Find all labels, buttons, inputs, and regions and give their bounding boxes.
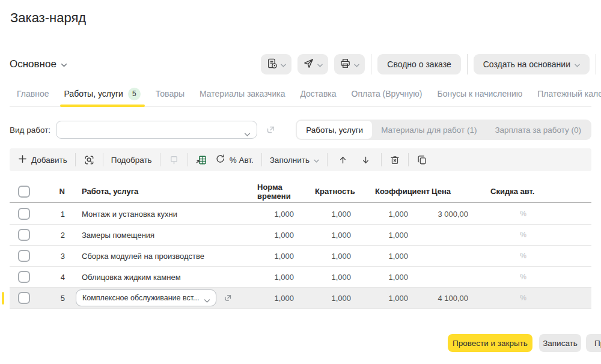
divider bbox=[467, 54, 468, 74]
col-header-name: Работа, услуга bbox=[65, 187, 245, 196]
row-checkbox[interactable] bbox=[18, 250, 30, 262]
work-name: Монтаж и установка кухни bbox=[65, 210, 245, 219]
table-row-editing[interactable]: 5 Комплексное обслуживание вст... 1,000 … bbox=[10, 288, 591, 309]
auto-percent-button[interactable]: % Авт. bbox=[215, 154, 254, 166]
col-header-price: Цена bbox=[420, 187, 480, 196]
divider bbox=[408, 153, 409, 166]
send-icon bbox=[303, 58, 314, 71]
tab-dostavka[interactable]: Доставка bbox=[300, 88, 336, 106]
work-type-label: Вид работ: bbox=[10, 126, 50, 135]
divider bbox=[188, 153, 188, 166]
subtab-group: Работы, услуги Материалы для работ (1) З… bbox=[296, 120, 591, 140]
tab-bar: Главное Работы, услуги 5 Товары Материал… bbox=[10, 88, 591, 107]
create-from-label: Создать на основании bbox=[483, 59, 570, 69]
clipboard-pin-icon bbox=[168, 154, 180, 166]
fill-button[interactable]: Заполнить bbox=[270, 156, 319, 165]
order-summary-button[interactable]: Сводно о заказе bbox=[377, 54, 460, 74]
tab-materialy-zakazchika[interactable]: Материалы заказчика bbox=[200, 88, 285, 106]
subtab-zarplata[interactable]: Зарплата за работу (0) bbox=[486, 121, 590, 139]
divider bbox=[103, 153, 103, 166]
refresh-icon bbox=[215, 154, 225, 166]
row-checkbox[interactable] bbox=[18, 229, 30, 241]
table-body: 1 Монтаж и установка кухни 1,000 1,000 1… bbox=[10, 204, 591, 309]
chevron-down-icon bbox=[354, 60, 359, 69]
open-arrow-icon[interactable] bbox=[223, 293, 233, 303]
divider bbox=[596, 54, 596, 74]
delete-icon[interactable] bbox=[389, 154, 400, 165]
document-history-button[interactable] bbox=[261, 54, 291, 74]
page-title: Заказ-наряд bbox=[10, 10, 86, 26]
table-row[interactable]: 2 Замеры помещения 1,000 1,000 1,000 % bbox=[10, 225, 591, 246]
tab-raboty-uslugi[interactable]: Работы, услуги 5 bbox=[64, 88, 141, 106]
work-name-combobox[interactable]: Комплексное обслуживание вст... bbox=[76, 290, 216, 306]
table-row[interactable]: 3 Сборка модулей на производстве 1,000 1… bbox=[10, 246, 591, 267]
section-switch[interactable]: Основное bbox=[10, 58, 67, 70]
subtab-materialy[interactable]: Материалы для работ (1) bbox=[372, 121, 486, 139]
chevron-down-icon bbox=[575, 59, 580, 69]
col-header-mult: Кратность bbox=[303, 187, 360, 196]
print-icon bbox=[340, 58, 351, 71]
plus-icon bbox=[18, 154, 27, 165]
chevron-down-icon bbox=[61, 58, 67, 70]
chevron-down-icon bbox=[244, 129, 251, 139]
divider bbox=[261, 153, 262, 166]
tab-tovary[interactable]: Товары bbox=[156, 88, 185, 106]
add-button[interactable]: Добавить bbox=[18, 154, 67, 165]
copy-icon[interactable] bbox=[416, 154, 427, 165]
header-actions: Сводно о заказе Создать на основании bbox=[261, 54, 596, 74]
work-name: Облицовка жидким камнем bbox=[65, 273, 245, 282]
col-header-discount: Скидка авт. bbox=[480, 187, 591, 196]
move-up-icon[interactable] bbox=[338, 155, 348, 165]
select-all-checkbox[interactable] bbox=[18, 186, 30, 198]
open-arrow-icon[interactable] bbox=[265, 124, 276, 135]
header-toolbar: Основное bbox=[10, 53, 596, 76]
active-row-marker bbox=[2, 292, 4, 305]
post-and-close-button[interactable]: Провести и закрыть bbox=[448, 334, 532, 352]
divider bbox=[75, 153, 76, 166]
pick-button[interactable]: Подобрать bbox=[111, 156, 152, 165]
divider bbox=[371, 54, 371, 74]
table-row[interactable]: 4 Облицовка жидким камнем 1,000 1,000 1,… bbox=[10, 267, 591, 288]
chevron-down-icon bbox=[204, 297, 210, 305]
tab-count-badge: 5 bbox=[128, 88, 141, 100]
work-type-combobox[interactable] bbox=[56, 121, 257, 139]
table-header: N Работа, услуга Норма времени Кратность… bbox=[10, 180, 591, 203]
col-header-n: N bbox=[38, 187, 65, 196]
row-checkbox[interactable] bbox=[18, 292, 30, 304]
move-down-icon[interactable] bbox=[361, 155, 371, 165]
col-header-coef: Коэффициент bbox=[360, 187, 420, 196]
row-checkbox[interactable] bbox=[18, 208, 30, 220]
create-from-button[interactable]: Создать на основании bbox=[474, 54, 590, 74]
order-summary-label: Сводно о заказе bbox=[387, 59, 451, 69]
table-toolbar: Добавить Подобрать bbox=[10, 148, 591, 171]
chevron-down-icon bbox=[281, 60, 286, 69]
chevron-down-icon bbox=[314, 156, 319, 165]
tab-oplata[interactable]: Оплата (Вручную) bbox=[352, 88, 423, 106]
tab-platezhny-kalendar[interactable]: Платежный календарь bbox=[537, 88, 601, 106]
print-button[interactable] bbox=[334, 54, 365, 74]
col-header-norm: Норма времени bbox=[245, 183, 303, 201]
table-row[interactable]: 1 Монтаж и установка кухни 1,000 1,000 1… bbox=[10, 204, 591, 225]
send-button[interactable] bbox=[297, 54, 328, 74]
work-name: Замеры помещения bbox=[65, 231, 245, 240]
scan-search-icon[interactable] bbox=[84, 154, 95, 166]
divider bbox=[381, 153, 382, 166]
divider bbox=[327, 153, 328, 166]
tab-bonusy[interactable]: Бонусы к начислению bbox=[437, 88, 522, 106]
tab-glavnoe[interactable]: Главное bbox=[17, 88, 49, 106]
save-button[interactable]: Записать bbox=[539, 334, 581, 352]
excel-import-icon[interactable] bbox=[196, 154, 207, 166]
row-checkbox[interactable] bbox=[18, 271, 30, 283]
subtab-raboty-uslugi[interactable]: Работы, услуги bbox=[297, 121, 372, 139]
section-switch-label: Основное bbox=[10, 58, 56, 70]
divider bbox=[160, 153, 160, 166]
work-name: Сборка модулей на производстве bbox=[65, 252, 245, 261]
document-history-icon bbox=[266, 58, 278, 71]
filter-row: Вид работ: Работы, услуги Материалы для … bbox=[10, 120, 591, 140]
chevron-down-icon bbox=[317, 60, 323, 69]
post-button-partial[interactable]: Провести bbox=[586, 334, 601, 352]
